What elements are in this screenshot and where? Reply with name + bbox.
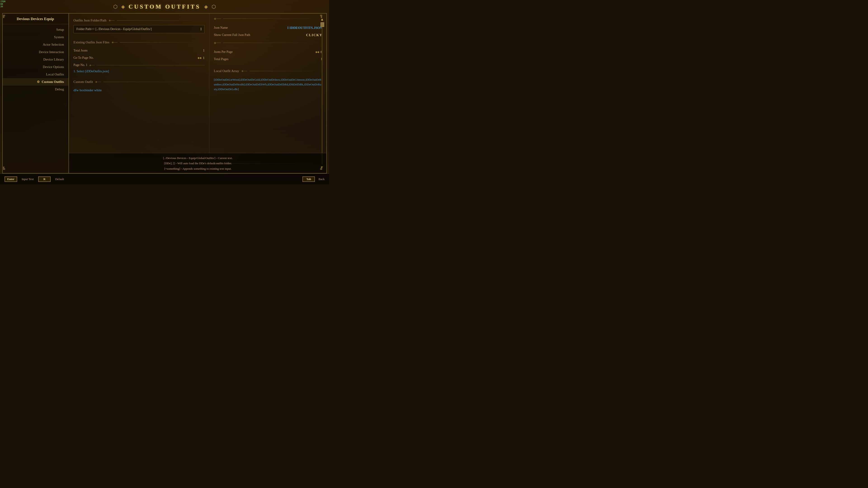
title-bar: ⬡ ◈ CUSTOM OUTFITS ◈ ⬡ xyxy=(0,0,329,13)
title-deco-left: ⬡ xyxy=(113,4,118,10)
action-left: Enter Input Text R Default xyxy=(4,176,64,182)
title-deco-left2: ◈ xyxy=(121,4,125,10)
title-deco-right: ⬡ xyxy=(212,4,216,10)
r-key-label: Default xyxy=(55,177,64,181)
frame-corner-tr: ╗ xyxy=(320,13,327,20)
r-key-badge[interactable]: R xyxy=(38,176,51,182)
action-right: Tab Back xyxy=(303,176,324,182)
page-title: CUSTOM OUTFITS xyxy=(129,3,200,10)
tab-key-label: Back xyxy=(318,177,324,181)
main-frame: ╔ ╗ ╚ ╝ xyxy=(2,13,327,173)
enter-key-label: Input Text xyxy=(22,177,34,181)
enter-key-badge[interactable]: Enter xyxy=(4,176,17,182)
frame-corner-br: ╝ xyxy=(320,167,327,173)
tab-key-badge[interactable]: Tab xyxy=(303,176,315,182)
title-deco-right2: ◈ xyxy=(204,4,208,10)
action-bar: Enter Input Text R Default Tab Back xyxy=(0,173,329,184)
frame-corner-tl: ╔ xyxy=(2,13,9,20)
hud-display: ITEM 60 26 xyxy=(0,0,5,8)
frame-corner-bl: ╚ xyxy=(2,167,9,173)
